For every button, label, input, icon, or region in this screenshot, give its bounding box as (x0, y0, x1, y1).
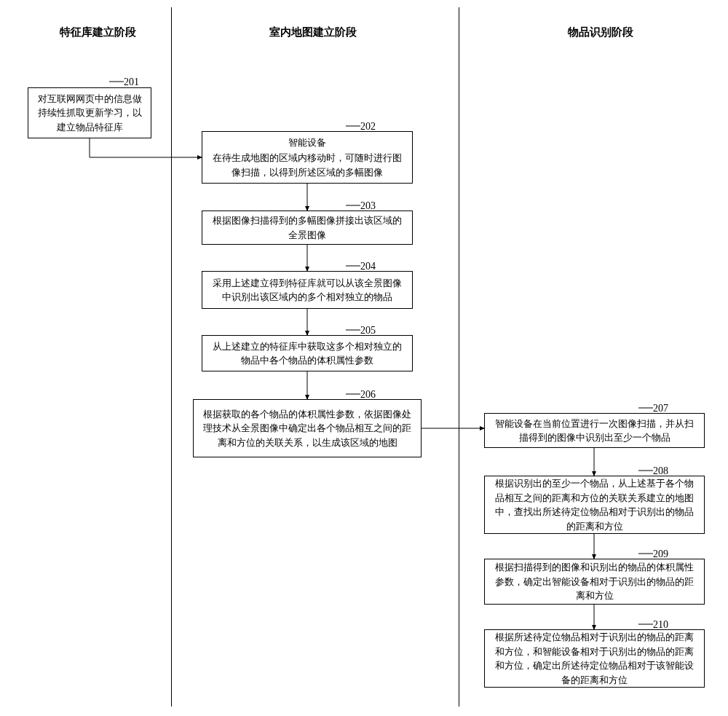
connectors (0, 0, 728, 716)
